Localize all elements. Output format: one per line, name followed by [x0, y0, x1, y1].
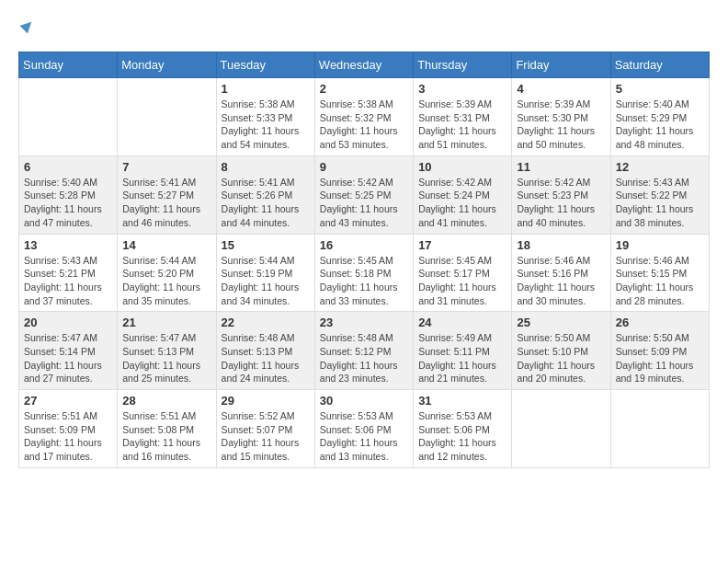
calendar-cell: 1Sunrise: 5:38 AM Sunset: 5:33 PM Daylig…	[216, 78, 314, 156]
calendar-cell: 11Sunrise: 5:42 AM Sunset: 5:23 PM Dayli…	[512, 155, 610, 234]
day-info: Sunrise: 5:41 AM Sunset: 5:27 PM Dayligh…	[122, 176, 210, 230]
calendar-cell: 23Sunrise: 5:48 AM Sunset: 5:12 PM Dayli…	[314, 312, 413, 390]
day-number: 26	[616, 316, 704, 329]
day-number: 22	[222, 316, 310, 329]
calendar-cell: 14Sunrise: 5:44 AM Sunset: 5:20 PM Dayli…	[118, 234, 216, 312]
weekday-header-tuesday: Tuesday	[216, 52, 314, 78]
calendar-cell: 13Sunrise: 5:43 AM Sunset: 5:21 PM Dayli…	[19, 234, 118, 312]
page-header	[18, 18, 710, 37]
day-number: 24	[418, 316, 506, 329]
day-number: 16	[320, 238, 408, 252]
day-info: Sunrise: 5:44 AM Sunset: 5:19 PM Dayligh…	[222, 254, 310, 308]
calendar-cell	[610, 390, 709, 468]
day-info: Sunrise: 5:52 AM Sunset: 5:07 PM Dayligh…	[222, 409, 310, 464]
day-info: Sunrise: 5:46 AM Sunset: 5:15 PM Dayligh…	[616, 254, 704, 308]
day-number: 25	[517, 316, 605, 329]
day-number: 29	[222, 394, 310, 408]
calendar-cell: 12Sunrise: 5:43 AM Sunset: 5:22 PM Dayli…	[610, 155, 709, 234]
day-number: 21	[122, 316, 210, 329]
day-number: 15	[222, 238, 310, 252]
day-info: Sunrise: 5:43 AM Sunset: 5:21 PM Dayligh…	[24, 254, 112, 308]
day-number: 10	[418, 160, 506, 174]
day-number: 20	[24, 316, 112, 329]
calendar-cell: 30Sunrise: 5:53 AM Sunset: 5:06 PM Dayli…	[314, 390, 413, 468]
calendar-cell: 25Sunrise: 5:50 AM Sunset: 5:10 PM Dayli…	[512, 312, 610, 390]
calendar-table: SundayMondayTuesdayWednesdayThursdayFrid…	[18, 52, 710, 468]
day-number: 6	[24, 160, 112, 174]
day-number: 4	[517, 82, 605, 96]
weekday-header-sunday: Sunday	[19, 52, 118, 78]
day-number: 1	[222, 82, 310, 96]
calendar-cell: 19Sunrise: 5:46 AM Sunset: 5:15 PM Dayli…	[610, 234, 709, 312]
day-number: 12	[616, 160, 704, 174]
calendar-cell	[512, 390, 610, 468]
day-info: Sunrise: 5:51 AM Sunset: 5:08 PM Dayligh…	[122, 409, 210, 464]
day-number: 8	[222, 160, 310, 174]
day-number: 13	[24, 238, 112, 252]
day-number: 23	[320, 316, 408, 329]
day-info: Sunrise: 5:39 AM Sunset: 5:31 PM Dayligh…	[418, 98, 506, 152]
day-number: 14	[122, 238, 210, 252]
day-info: Sunrise: 5:48 AM Sunset: 5:12 PM Dayligh…	[320, 331, 408, 385]
day-info: Sunrise: 5:44 AM Sunset: 5:20 PM Dayligh…	[122, 254, 210, 308]
svg-marker-0	[20, 18, 35, 33]
day-info: Sunrise: 5:40 AM Sunset: 5:28 PM Dayligh…	[24, 176, 112, 230]
calendar-cell: 24Sunrise: 5:49 AM Sunset: 5:11 PM Dayli…	[414, 312, 512, 390]
logo	[18, 18, 35, 37]
calendar-cell: 31Sunrise: 5:53 AM Sunset: 5:06 PM Dayli…	[414, 390, 512, 468]
day-number: 18	[517, 238, 605, 252]
day-number: 5	[616, 82, 704, 96]
calendar-cell: 20Sunrise: 5:47 AM Sunset: 5:14 PM Dayli…	[19, 312, 118, 390]
day-number: 11	[517, 160, 605, 174]
calendar-cell: 16Sunrise: 5:45 AM Sunset: 5:18 PM Dayli…	[314, 234, 413, 312]
day-info: Sunrise: 5:43 AM Sunset: 5:22 PM Dayligh…	[616, 176, 704, 230]
day-info: Sunrise: 5:47 AM Sunset: 5:14 PM Dayligh…	[24, 331, 112, 385]
calendar-cell: 28Sunrise: 5:51 AM Sunset: 5:08 PM Dayli…	[118, 390, 216, 468]
day-info: Sunrise: 5:53 AM Sunset: 5:06 PM Dayligh…	[418, 409, 506, 464]
calendar-cell	[19, 78, 118, 156]
day-info: Sunrise: 5:38 AM Sunset: 5:33 PM Dayligh…	[222, 98, 310, 152]
day-info: Sunrise: 5:49 AM Sunset: 5:11 PM Dayligh…	[418, 331, 506, 385]
calendar-cell: 5Sunrise: 5:40 AM Sunset: 5:29 PM Daylig…	[610, 78, 709, 156]
calendar-cell: 2Sunrise: 5:38 AM Sunset: 5:32 PM Daylig…	[314, 78, 413, 156]
calendar-cell: 6Sunrise: 5:40 AM Sunset: 5:28 PM Daylig…	[19, 155, 118, 234]
day-number: 31	[418, 394, 506, 408]
day-info: Sunrise: 5:53 AM Sunset: 5:06 PM Dayligh…	[320, 409, 408, 464]
day-info: Sunrise: 5:50 AM Sunset: 5:10 PM Dayligh…	[517, 331, 605, 385]
day-info: Sunrise: 5:41 AM Sunset: 5:26 PM Dayligh…	[222, 176, 310, 230]
weekday-header-thursday: Thursday	[414, 52, 512, 78]
calendar-cell: 22Sunrise: 5:48 AM Sunset: 5:13 PM Dayli…	[216, 312, 314, 390]
day-number: 17	[418, 238, 506, 252]
calendar-cell: 3Sunrise: 5:39 AM Sunset: 5:31 PM Daylig…	[414, 78, 512, 156]
day-info: Sunrise: 5:46 AM Sunset: 5:16 PM Dayligh…	[517, 254, 605, 308]
calendar-cell: 29Sunrise: 5:52 AM Sunset: 5:07 PM Dayli…	[216, 390, 314, 468]
day-number: 28	[122, 394, 210, 408]
calendar-cell: 15Sunrise: 5:44 AM Sunset: 5:19 PM Dayli…	[216, 234, 314, 312]
day-info: Sunrise: 5:38 AM Sunset: 5:32 PM Dayligh…	[320, 98, 408, 152]
calendar-cell: 18Sunrise: 5:46 AM Sunset: 5:16 PM Dayli…	[512, 234, 610, 312]
day-info: Sunrise: 5:45 AM Sunset: 5:17 PM Dayligh…	[418, 254, 506, 308]
day-number: 7	[122, 160, 210, 174]
day-info: Sunrise: 5:42 AM Sunset: 5:23 PM Dayligh…	[517, 176, 605, 230]
day-info: Sunrise: 5:47 AM Sunset: 5:13 PM Dayligh…	[122, 331, 210, 385]
weekday-header-friday: Friday	[512, 52, 610, 78]
day-info: Sunrise: 5:39 AM Sunset: 5:30 PM Dayligh…	[517, 98, 605, 152]
weekday-header-monday: Monday	[118, 52, 216, 78]
calendar-cell: 8Sunrise: 5:41 AM Sunset: 5:26 PM Daylig…	[216, 155, 314, 234]
calendar-cell: 27Sunrise: 5:51 AM Sunset: 5:09 PM Dayli…	[19, 390, 118, 468]
calendar-cell: 9Sunrise: 5:42 AM Sunset: 5:25 PM Daylig…	[314, 155, 413, 234]
logo-triangle-icon	[20, 18, 35, 37]
day-info: Sunrise: 5:40 AM Sunset: 5:29 PM Dayligh…	[616, 98, 704, 152]
calendar-cell: 10Sunrise: 5:42 AM Sunset: 5:24 PM Dayli…	[414, 155, 512, 234]
day-info: Sunrise: 5:48 AM Sunset: 5:13 PM Dayligh…	[222, 331, 310, 385]
day-number: 2	[320, 82, 408, 96]
day-number: 19	[616, 238, 704, 252]
calendar-cell: 17Sunrise: 5:45 AM Sunset: 5:17 PM Dayli…	[414, 234, 512, 312]
day-info: Sunrise: 5:51 AM Sunset: 5:09 PM Dayligh…	[24, 409, 112, 464]
day-info: Sunrise: 5:50 AM Sunset: 5:09 PM Dayligh…	[616, 331, 704, 385]
weekday-header-wednesday: Wednesday	[314, 52, 413, 78]
day-info: Sunrise: 5:42 AM Sunset: 5:24 PM Dayligh…	[418, 176, 506, 230]
day-info: Sunrise: 5:45 AM Sunset: 5:18 PM Dayligh…	[320, 254, 408, 308]
calendar-cell	[118, 78, 216, 156]
calendar-cell: 7Sunrise: 5:41 AM Sunset: 5:27 PM Daylig…	[118, 155, 216, 234]
